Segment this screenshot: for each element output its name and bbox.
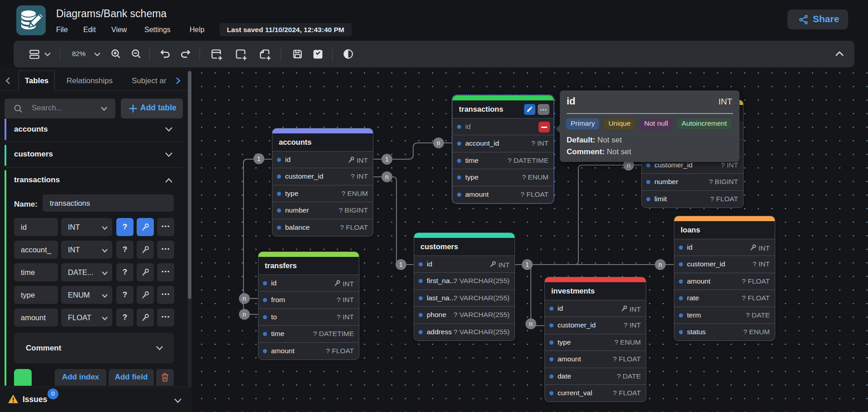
svg-text:1: 1 (257, 155, 261, 162)
svg-text:1: 1 (525, 261, 529, 268)
svg-text:n: n (385, 173, 389, 180)
svg-text:n: n (658, 261, 662, 268)
svg-text:n: n (627, 161, 630, 169)
svg-text:1: 1 (399, 261, 403, 268)
svg-text:n: n (437, 139, 440, 147)
svg-text:n: n (243, 311, 246, 318)
svg-text:1: 1 (385, 156, 389, 163)
svg-text:n: n (529, 320, 533, 327)
svg-text:n: n (243, 295, 246, 302)
